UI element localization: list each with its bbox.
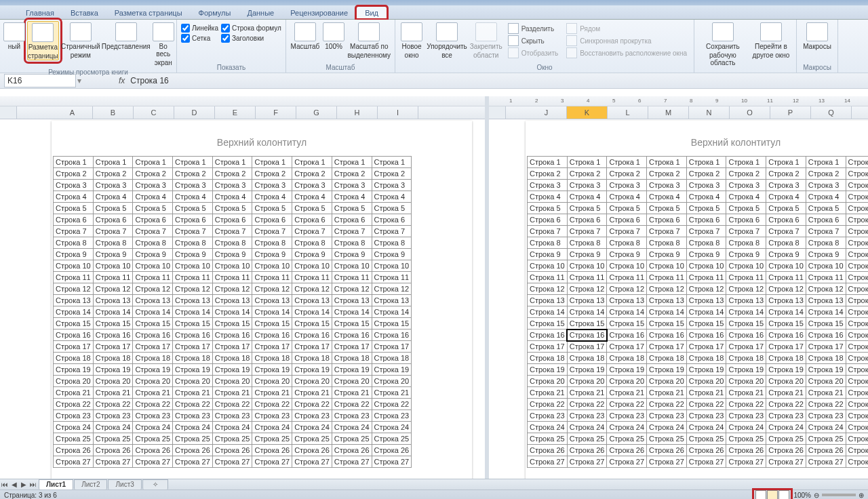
cell[interactable]: Строка 18 <box>133 353 173 364</box>
cell[interactable]: Строка 13 <box>133 295 173 306</box>
cell[interactable]: Строка 14 <box>726 306 766 318</box>
cell[interactable]: Строка 26 <box>567 445 607 456</box>
cell[interactable]: Строка 17 <box>252 341 292 353</box>
cell[interactable]: Строка 4 <box>372 191 412 203</box>
header-text-right[interactable]: Верхний колонтитул <box>526 121 868 156</box>
cell[interactable]: Строка 17 <box>372 341 412 353</box>
cell[interactable]: Строка 22 <box>726 399 766 410</box>
zoom-button[interactable]: Масштаб <box>290 21 320 50</box>
cell[interactable]: Строка 26 <box>133 445 173 456</box>
cell[interactable]: Строка 21 <box>647 387 687 399</box>
cell[interactable]: Строка 9 <box>372 249 412 260</box>
cell[interactable]: Строка 18 <box>846 353 868 364</box>
cell[interactable]: Строка 9 <box>647 249 687 260</box>
cell[interactable]: Строка 18 <box>528 353 568 364</box>
cell[interactable]: Строка 15 <box>252 318 292 330</box>
cell[interactable]: Строка 19 <box>292 364 332 376</box>
cell[interactable]: Строка 24 <box>567 422 607 433</box>
cell[interactable]: Строка 26 <box>252 445 292 456</box>
cell[interactable]: Строка 4 <box>806 191 846 203</box>
cell[interactable]: Строка 19 <box>252 364 292 376</box>
cell[interactable]: Строка 7 <box>726 226 766 237</box>
cell[interactable]: Строка 24 <box>607 422 647 433</box>
cell[interactable]: Строка 4 <box>252 191 292 203</box>
cell[interactable]: Строка 25 <box>252 433 292 445</box>
cell[interactable]: Строка 10 <box>686 260 726 272</box>
cell[interactable]: Строка 13 <box>93 295 133 306</box>
cell[interactable]: Строка 10 <box>372 260 412 272</box>
cell[interactable]: Строка 25 <box>133 433 173 445</box>
cell[interactable]: Строка 20 <box>528 376 568 387</box>
cell[interactable]: Строка 11 <box>806 272 846 283</box>
cell[interactable]: Строка 9 <box>173 249 213 260</box>
gridlines-checkbox[interactable]: Сетка <box>181 34 218 43</box>
cell[interactable]: Строка 7 <box>212 226 252 237</box>
cell[interactable]: Строка 2 <box>607 168 647 180</box>
formula-input[interactable]: Строка 16 <box>129 76 868 85</box>
cell[interactable]: Строка 12 <box>93 283 133 295</box>
cell[interactable]: Строка 24 <box>726 422 766 433</box>
cell[interactable]: Строка 16 <box>292 330 332 341</box>
cell[interactable]: Строка 17 <box>292 341 332 353</box>
cell[interactable]: Строка 14 <box>647 306 687 318</box>
cell[interactable]: Строка 7 <box>528 226 568 237</box>
cell[interactable]: Строка 1 <box>332 157 372 168</box>
cell[interactable]: Строка 18 <box>766 353 806 364</box>
cell[interactable]: Строка 19 <box>332 364 372 376</box>
cell[interactable]: Строка 12 <box>292 283 332 295</box>
sync-scroll-button[interactable]: Синхронная прокрутка <box>564 35 690 47</box>
cell[interactable]: Строка 20 <box>212 376 252 387</box>
cell[interactable]: Строка 2 <box>54 168 94 180</box>
cell[interactable]: Строка 21 <box>567 387 607 399</box>
cell[interactable]: Строка 15 <box>726 318 766 330</box>
cell[interactable]: Строка 9 <box>332 249 372 260</box>
cell[interactable]: Строка 9 <box>726 249 766 260</box>
cell[interactable]: Строка 1 <box>372 157 412 168</box>
cell[interactable]: Строка 18 <box>212 353 252 364</box>
cell[interactable]: Строка 4 <box>93 191 133 203</box>
cell[interactable]: Строка 4 <box>212 191 252 203</box>
cell[interactable]: Строка 17 <box>726 341 766 353</box>
cell[interactable]: Строка 5 <box>686 203 726 214</box>
cell[interactable]: Строка 16 <box>607 330 647 341</box>
cell[interactable]: Строка 8 <box>372 237 412 249</box>
cell[interactable]: Строка 25 <box>93 433 133 445</box>
cell[interactable]: Строка 25 <box>567 433 607 445</box>
cell[interactable]: Строка 8 <box>528 237 568 249</box>
cell[interactable]: Строка 18 <box>372 353 412 364</box>
cell[interactable]: Строка 6 <box>173 214 213 226</box>
cell[interactable]: Строка 25 <box>173 433 213 445</box>
cell[interactable]: Строка 5 <box>766 203 806 214</box>
cell[interactable]: Строка 26 <box>686 445 726 456</box>
fx-icon[interactable]: fx <box>119 76 125 85</box>
cell[interactable]: Строка 24 <box>647 422 687 433</box>
cell[interactable]: Строка 8 <box>806 237 846 249</box>
cell[interactable]: Строка 1 <box>647 157 687 168</box>
cell[interactable]: Строка 18 <box>93 353 133 364</box>
cell[interactable]: Строка 5 <box>607 203 647 214</box>
cell[interactable]: Строка 17 <box>846 341 868 353</box>
cell[interactable]: Строка 8 <box>93 237 133 249</box>
cell[interactable]: Строка 4 <box>528 191 568 203</box>
cell[interactable]: Строка 1 <box>726 157 766 168</box>
cell[interactable]: Строка 10 <box>806 260 846 272</box>
cell[interactable]: Строка 5 <box>292 203 332 214</box>
cell[interactable]: Строка 19 <box>54 364 94 376</box>
cell[interactable]: Строка 6 <box>54 214 94 226</box>
cell[interactable]: Строка 9 <box>686 249 726 260</box>
cell[interactable]: Строка 12 <box>607 283 647 295</box>
cell[interactable]: Строка 14 <box>93 306 133 318</box>
cell[interactable]: Строка 15 <box>686 318 726 330</box>
cell[interactable]: Строка 5 <box>252 203 292 214</box>
cell[interactable]: Строка 4 <box>133 191 173 203</box>
cell[interactable]: Строка 17 <box>567 341 607 353</box>
zoom-selection-button[interactable]: Масштаб повыделенному <box>347 21 391 59</box>
zoom-out[interactable]: ⊖ <box>814 492 819 499</box>
cell[interactable]: Строка 23 <box>93 410 133 422</box>
cell[interactable]: Строка 24 <box>528 422 568 433</box>
cell[interactable]: Строка 22 <box>846 399 868 410</box>
cell[interactable]: Строка 16 <box>846 330 868 341</box>
cell[interactable]: Строка 22 <box>528 399 568 410</box>
cell[interactable]: Строка 9 <box>212 249 252 260</box>
cell[interactable]: Строка 21 <box>528 387 568 399</box>
